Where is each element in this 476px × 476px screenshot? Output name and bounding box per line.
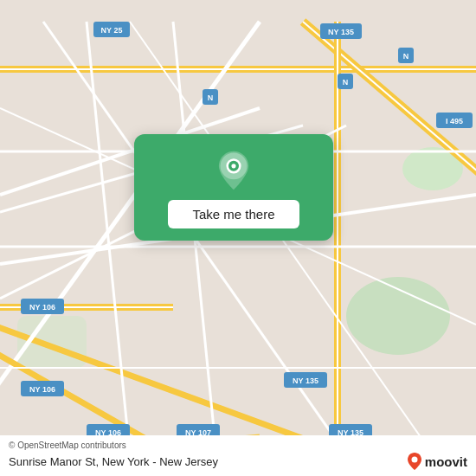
take-me-there-button[interactable]: Take me there [168, 200, 299, 228]
navigation-card: Take me there [134, 134, 333, 241]
svg-text:N: N [208, 93, 214, 102]
svg-text:NY 135: NY 135 [293, 376, 318, 385]
svg-text:NY 106: NY 106 [29, 385, 55, 394]
svg-point-58 [411, 457, 417, 463]
svg-text:NY 25: NY 25 [101, 26, 123, 35]
moovit-label: moovit [425, 454, 467, 469]
svg-text:NY 106: NY 106 [29, 303, 55, 312]
moovit-pin-icon [407, 452, 422, 471]
svg-text:I 495: I 495 [446, 117, 463, 125]
svg-text:NY 135: NY 135 [328, 28, 354, 36]
map-container: NY 25 NY 135 I 495 N N N NY 106 NY 106 N… [0, 0, 476, 476]
location-label: Sunrise Manor St, New York - New Jersey [9, 455, 218, 468]
location-pin-icon [213, 150, 254, 191]
svg-text:N: N [403, 52, 409, 61]
svg-point-57 [231, 164, 235, 168]
copyright-text: © OpenStreetMap contributors [9, 441, 467, 450]
bottom-bar: © OpenStreetMap contributors Sunrise Man… [0, 435, 476, 476]
svg-text:N: N [343, 78, 349, 87]
moovit-logo: moovit [407, 452, 467, 471]
